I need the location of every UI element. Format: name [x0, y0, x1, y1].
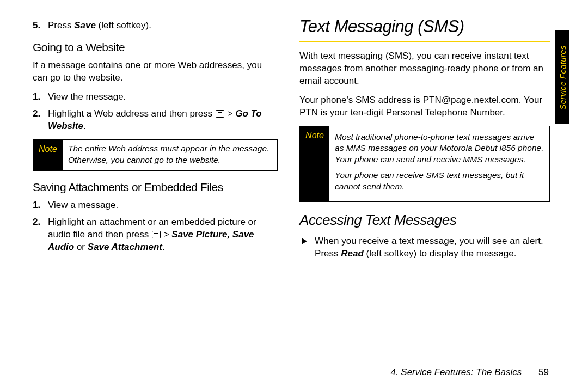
step-number: 2. [33, 108, 40, 120]
step-5: 5. Press Save (left softkey). [48, 20, 278, 32]
step-number: 5. [33, 20, 40, 32]
continued-steps: 5. Press Save (left softkey). [33, 20, 278, 32]
step-number: 2. [33, 216, 40, 229]
note-label: Note [33, 140, 63, 170]
yellow-underline [299, 41, 550, 42]
step-text: View the message. [48, 91, 126, 102]
note-label: Note [300, 126, 329, 202]
subheading-going-to-website: Going to a Website [33, 40, 278, 55]
website-steps: 1. View the message. 2. Highlight a Web … [33, 91, 278, 133]
step-text: Highlight an attachment or an embedded p… [48, 217, 256, 252]
bullet-list: When you receive a text message, you wil… [299, 235, 550, 260]
step-2: 2. Highlight an attachment or an embedde… [48, 216, 278, 254]
step-text: Press Save (left softkey). [48, 20, 151, 30]
step-1: 1. View the message. [48, 91, 278, 103]
menu-key-icon [152, 231, 161, 238]
step-number: 1. [33, 91, 40, 103]
chapter-title: 4. Service Features: The Basics [390, 367, 522, 377]
paragraph: Your phone's SMS address is PTN@page.nex… [299, 94, 550, 119]
page-number: 59 [538, 367, 549, 377]
left-column: 5. Press Save (left softkey). Going to a… [33, 15, 278, 265]
section-tab: Service Features [555, 30, 569, 124]
subheading-saving-attachments: Saving Attachments or Embedded Files [33, 180, 278, 195]
section-tab-label: Service Features [558, 45, 567, 109]
note-paragraph: Your phone can receive SMS text messages… [335, 170, 545, 193]
note-box: Note The entire Web address must appear … [33, 139, 278, 171]
step-1: 1. View a message. [48, 199, 278, 212]
two-column-layout: 5. Press Save (left softkey). Going to a… [33, 15, 550, 265]
heading-text-messaging: Text Messaging (SMS) [299, 15, 550, 38]
subheading-accessing-text-messages: Accessing Text Messages [299, 211, 550, 230]
step-number: 1. [33, 199, 40, 212]
note-body: The entire Web address must appear in th… [63, 140, 277, 170]
bullet-item: When you receive a text message, you wil… [315, 235, 550, 260]
paragraph: With text messaging (SMS), you can recei… [299, 50, 550, 88]
step-2: 2. Highlight a Web address and then pres… [48, 108, 278, 133]
right-column: Text Messaging (SMS) With text messaging… [299, 15, 550, 265]
paragraph: If a message contains one or more Web ad… [33, 59, 278, 84]
menu-key-icon [216, 110, 224, 118]
page-footer: 4. Service Features: The Basics 59 [390, 367, 549, 378]
manual-page: Service Features 5. Press Save (left sof… [0, 0, 588, 392]
step-text: View a message. [48, 200, 118, 210]
note-body: Most traditional phone-to-phone text mes… [329, 126, 549, 202]
note-box: Note Most traditional phone-to-phone tex… [299, 126, 550, 203]
attachment-steps: 1. View a message. 2. Highlight an attac… [33, 199, 278, 254]
step-text: Highlight a Web address and then press >… [48, 108, 262, 131]
note-paragraph: Most traditional phone-to-phone text mes… [335, 132, 545, 166]
